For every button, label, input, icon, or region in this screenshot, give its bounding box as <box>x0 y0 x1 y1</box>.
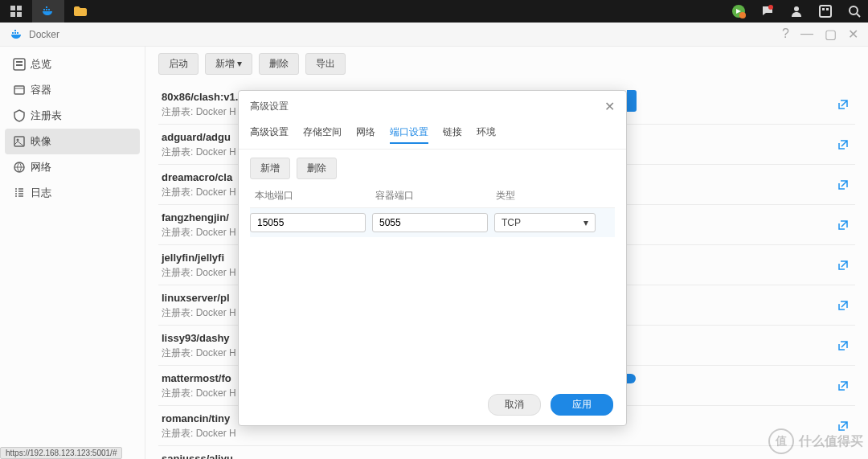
modal-toolbar: 新增 删除 <box>239 150 626 184</box>
modal-tab[interactable]: 网络 <box>356 122 375 144</box>
modal-tab[interactable]: 环境 <box>477 122 496 144</box>
port-delete-button[interactable]: 删除 <box>297 158 337 179</box>
modal-tab[interactable]: 链接 <box>443 122 462 144</box>
modal-overlay: 高级设置 ✕ 高级设置存储空间网络端口设置链接环境 新增 删除 本地端口 容器端… <box>0 0 868 459</box>
type-value: TCP <box>502 217 521 228</box>
modal-close-icon[interactable]: ✕ <box>604 99 615 114</box>
modal-footer: 取消 应用 <box>239 384 626 425</box>
port-table: 本地端口 容器端口 类型 TCP ▾ <box>239 184 626 237</box>
local-port-input[interactable] <box>250 213 366 232</box>
modal-tab[interactable]: 存储空间 <box>303 122 342 144</box>
modal-tab[interactable]: 高级设置 <box>250 122 289 144</box>
watermark-text: 什么值得买 <box>799 433 863 450</box>
modal-title: 高级设置 <box>250 100 289 113</box>
type-select[interactable]: TCP ▾ <box>494 213 596 232</box>
modal-tabs: 高级设置存储空间网络端口设置链接环境 <box>239 122 626 150</box>
chevron-down-icon: ▾ <box>583 217 588 228</box>
watermark-icon: 值 <box>768 428 794 454</box>
port-row[interactable]: TCP ▾ <box>250 208 615 237</box>
container-port-input[interactable] <box>372 213 488 232</box>
modal-header: 高级设置 ✕ <box>239 91 626 122</box>
port-add-button[interactable]: 新增 <box>250 158 290 179</box>
col-type: 类型 <box>496 189 610 203</box>
advanced-settings-modal: 高级设置 ✕ 高级设置存储空间网络端口设置链接环境 新增 删除 本地端口 容器端… <box>238 90 627 426</box>
port-table-header: 本地端口 容器端口 类型 <box>250 184 615 208</box>
col-local-port: 本地端口 <box>255 189 375 203</box>
cancel-button[interactable]: 取消 <box>488 394 541 416</box>
apply-button[interactable]: 应用 <box>551 394 613 416</box>
modal-tab[interactable]: 端口设置 <box>390 122 428 144</box>
watermark: 值 什么值得买 <box>768 428 863 454</box>
status-url: https://192.168.123.123:5001/# <box>0 447 122 459</box>
col-container-port: 容器端口 <box>375 189 496 203</box>
